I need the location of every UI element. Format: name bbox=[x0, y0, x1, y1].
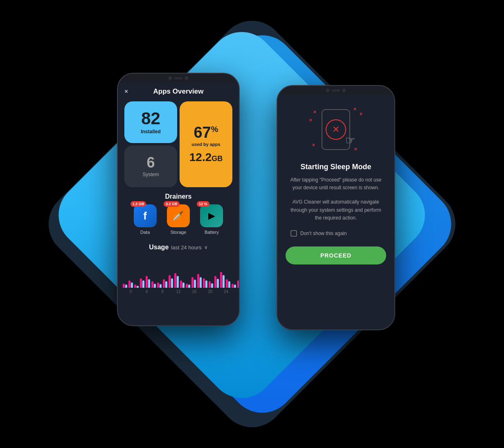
installed-number: 82 bbox=[141, 110, 160, 127]
bar-pink-3 bbox=[140, 278, 142, 288]
bar-blue-6 bbox=[160, 284, 162, 288]
sleep-hand-icon: ☞ bbox=[345, 134, 356, 147]
storage-drainer[interactable]: 3.2 GB 🗡️ Storage bbox=[167, 204, 190, 235]
bar-blue-7 bbox=[165, 281, 167, 288]
bar-blue-1 bbox=[131, 282, 133, 288]
data-label: Data bbox=[140, 230, 150, 235]
bar-group-18 bbox=[226, 279, 230, 288]
chart-labels: 0 4 8 12 16 20 24 bbox=[118, 288, 239, 294]
bar-blue-16 bbox=[217, 279, 219, 288]
battery-drainer[interactable]: 12 % ▶ Battery bbox=[200, 204, 223, 235]
chart-label-4: 4 bbox=[139, 289, 155, 294]
bar-pink-7 bbox=[163, 279, 165, 288]
storage-drainer-icon-wrap: 3.2 GB 🗡️ bbox=[167, 204, 190, 227]
chart-label-16: 16 bbox=[186, 289, 202, 294]
sleep-illustration: × × × × × × ✕ ☞ bbox=[307, 103, 364, 156]
storage-label: Storage bbox=[171, 230, 187, 235]
bar-group-5 bbox=[151, 281, 156, 288]
bar-pink-11 bbox=[186, 284, 188, 288]
drainers-row: 1.2 GB f Data 3.2 GB 🗡️ bbox=[124, 204, 232, 235]
bar-group-14 bbox=[203, 278, 207, 288]
bar-group-2 bbox=[134, 284, 139, 288]
front-notch-camera bbox=[169, 76, 172, 80]
system-number: 6 bbox=[146, 155, 155, 170]
bar-blue-15 bbox=[211, 283, 213, 288]
front-notch-camera-2 bbox=[185, 76, 188, 80]
bar-pink-16 bbox=[214, 276, 216, 288]
bar-group-0 bbox=[123, 284, 127, 288]
storage-display: 12.2GB bbox=[189, 151, 223, 164]
phone-front: × Apps Overview 82 Installed 67% used by… bbox=[117, 73, 240, 326]
bar-pink-4 bbox=[146, 276, 148, 288]
bar-blue-3 bbox=[142, 280, 144, 288]
chart-label-12: 12 bbox=[171, 289, 187, 294]
dont-show-label: Don't show this again bbox=[300, 231, 347, 236]
close-button[interactable]: × bbox=[124, 88, 128, 95]
data-drainer[interactable]: 1.2 GB f Data bbox=[134, 204, 157, 235]
bar-pink-13 bbox=[197, 274, 199, 288]
bar-blue-9 bbox=[177, 276, 179, 288]
bar-blue-19 bbox=[234, 284, 236, 288]
chart-label-8: 8 bbox=[155, 289, 171, 294]
bar-blue-4 bbox=[148, 279, 150, 288]
x-mark-5: × bbox=[360, 111, 362, 117]
chart-label-20: 20 bbox=[202, 289, 218, 294]
bar-pink-6 bbox=[157, 282, 159, 288]
front-phone-notch bbox=[158, 74, 199, 83]
bar-group-19 bbox=[232, 284, 236, 288]
drainers-section: Drainers 1.2 GB f Data bbox=[118, 193, 239, 244]
usage-section: Usage last 24 hours ∨ 0 4 8 12 16 20 24 bbox=[118, 244, 239, 296]
bar-group-12 bbox=[191, 277, 196, 288]
back-notch-sensor bbox=[332, 90, 340, 92]
proceed-button[interactable]: PROCEED bbox=[286, 246, 386, 264]
chart-label-24: 24 bbox=[218, 289, 234, 294]
used-label: used by apps bbox=[191, 142, 220, 147]
x-mark-3: × bbox=[309, 117, 312, 123]
installed-card: 82 Installed bbox=[124, 101, 177, 143]
bar-blue-17 bbox=[223, 275, 225, 288]
bar-pink-18 bbox=[226, 279, 228, 288]
x-mark-1: × bbox=[313, 109, 316, 115]
play-store-icon: ▶ bbox=[200, 204, 223, 227]
usage-chevron[interactable]: ∨ bbox=[204, 244, 208, 250]
bar-group-3 bbox=[140, 278, 144, 288]
sleep-mode-title: Starting Sleep Mode bbox=[300, 163, 371, 171]
bar-blue-8 bbox=[171, 278, 173, 288]
storage-badge: 3.2 GB bbox=[164, 201, 180, 207]
sleep-phone-outline: ✕ ☞ bbox=[322, 109, 350, 150]
dont-show-row[interactable]: Don't show this again bbox=[286, 230, 386, 237]
bar-group-20 bbox=[237, 280, 239, 288]
usage-header: Usage last 24 hours ∨ bbox=[118, 244, 239, 251]
sleep-x-circle: ✕ bbox=[326, 119, 346, 140]
bar-group-1 bbox=[128, 280, 133, 288]
sleep-mode-desc-2: AVG Cleaner will automatically navigate … bbox=[286, 198, 386, 222]
phones-container: × × × × × × ✕ ☞ Starting Sleep Mode Afte… bbox=[68, 40, 436, 408]
bar-pink-5 bbox=[151, 281, 153, 288]
bar-pink-10 bbox=[180, 280, 182, 288]
bar-pink-15 bbox=[209, 281, 211, 288]
bar-blue-0 bbox=[125, 284, 127, 288]
system-label: System bbox=[142, 172, 159, 177]
bar-blue-12 bbox=[194, 280, 196, 288]
storage-app-icon: 🗡️ bbox=[167, 204, 190, 227]
back-phone-screen: × × × × × × ✕ ☞ Starting Sleep Mode Afte… bbox=[277, 95, 394, 329]
back-notch-camera-2 bbox=[342, 89, 346, 92]
bar-group-6 bbox=[157, 282, 162, 288]
sleep-mode-desc-1: After tapping "Proceed" please do not us… bbox=[286, 176, 386, 192]
battery-drainer-icon-wrap: 12 % ▶ bbox=[200, 204, 223, 227]
storage-icon: 🗡️ bbox=[167, 204, 190, 227]
battery-label: Battery bbox=[205, 230, 219, 235]
usage-bold: Usage bbox=[149, 244, 169, 251]
dont-show-checkbox[interactable] bbox=[290, 230, 297, 237]
usage-bar-chart bbox=[118, 255, 239, 288]
bar-group-8 bbox=[169, 275, 173, 288]
installed-label: Installed bbox=[141, 129, 161, 134]
bar-blue-11 bbox=[188, 284, 190, 288]
phone-back: × × × × × × ✕ ☞ Starting Sleep Mode Afte… bbox=[277, 85, 395, 330]
usage-percent-display: 67% bbox=[194, 125, 218, 140]
system-card: 6 System bbox=[124, 146, 177, 187]
bar-pink-20 bbox=[237, 280, 239, 288]
bar-blue-5 bbox=[154, 284, 156, 288]
storage-unit: GB bbox=[212, 155, 223, 163]
x-mark-2: × bbox=[353, 106, 356, 112]
